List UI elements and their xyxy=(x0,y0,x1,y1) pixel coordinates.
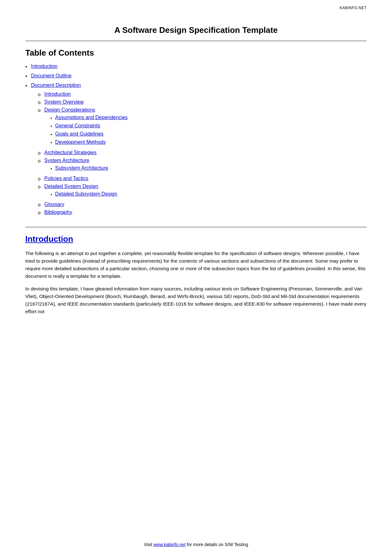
bullet-dot-1: • xyxy=(25,64,27,70)
bullet-o-8: o xyxy=(38,202,40,207)
toc-item-document-outline: • Document Outline xyxy=(25,73,367,80)
toc-sub-item-detailed-system: o Detailed System Design ▪ Detailed Subs… xyxy=(38,184,128,199)
toc-sub-item-design-considerations: o Design Considerations ▪ Assumptions an… xyxy=(38,107,128,148)
toc-link-assumptions[interactable]: Assumptions and Dependencies xyxy=(55,115,128,120)
bullet-o-2: o xyxy=(38,100,40,105)
bullet-sq-4: ▪ xyxy=(51,140,52,145)
toc-link-general-constraints[interactable]: General Constraints xyxy=(55,123,100,129)
toc-item-introduction: • Introduction xyxy=(25,64,367,70)
footer-text-after: for more details on S/W Testing xyxy=(185,542,248,547)
bullet-o-5: o xyxy=(38,158,40,163)
toc-sub-item-bibliography: o Bibliography xyxy=(38,210,128,215)
toc-link-subsystem-architecture[interactable]: Subsystem Architecture xyxy=(55,165,108,171)
bottom-divider xyxy=(25,227,367,227)
bullet-sq-6: ▪ xyxy=(51,192,52,197)
bullet-sq-2: ▪ xyxy=(51,124,52,129)
bullet-sq-3: ▪ xyxy=(51,132,52,137)
toc-sub-item-introduction: o Introduction xyxy=(38,91,128,97)
bullet-o-3: o xyxy=(38,107,40,113)
toc-subsub-list-detailed: ▪ Detailed Subsystem Design xyxy=(51,191,117,197)
toc-subsub-item-general-constraints: ▪ General Constraints xyxy=(51,123,128,129)
toc-link-document-outline[interactable]: Document Outline xyxy=(31,73,71,79)
intro-heading[interactable]: Introduction xyxy=(25,234,367,244)
toc-item-document-description: • Document Description o Introduction o … xyxy=(25,82,367,217)
bullet-o-4: o xyxy=(38,150,40,155)
footer: Visit www.kabinfo.net for more details o… xyxy=(0,542,392,547)
bullet-dot-2: • xyxy=(25,73,27,80)
toc-link-development-methods[interactable]: Development Methods xyxy=(55,139,106,145)
toc-link-bibliography[interactable]: Bibliography xyxy=(44,210,72,215)
toc-link-goals[interactable]: Goals and Guidelines xyxy=(55,131,104,137)
bullet-o-6: o xyxy=(38,176,40,181)
toc-list: • Introduction • Document Outline • Docu… xyxy=(25,64,367,217)
toc-heading: Table of Contents xyxy=(25,48,367,58)
toc-link-design-considerations[interactable]: Design Considerations xyxy=(44,107,95,113)
toc-subsub-item-subsystem-arch: ▪ Subsystem Architecture xyxy=(51,165,108,171)
bullet-o-1: o xyxy=(38,92,40,97)
toc-sub-item-glossary: o Glossary xyxy=(38,202,128,207)
bullet-sq-1: ▪ xyxy=(51,116,52,121)
toc-link-system-architecture[interactable]: System Architecture xyxy=(44,158,89,163)
intro-para-2: In devising this template, I have gleane… xyxy=(25,285,367,315)
footer-text-before: Visit xyxy=(144,542,153,547)
toc-link-detailed-subsystem[interactable]: Detailed Subsystem Design xyxy=(55,191,118,197)
toc-subsub-list-sysarch: ▪ Subsystem Architecture xyxy=(51,165,108,171)
toc-sub-item-arch-strategies: o Architectural Strategies xyxy=(38,150,128,155)
bullet-o-9: o xyxy=(38,210,40,215)
footer-link[interactable]: www.kabinfo.net xyxy=(153,542,185,547)
top-divider xyxy=(25,41,367,41)
toc-link-system-overview[interactable]: System Overview xyxy=(44,99,83,105)
toc-subsub-item-goals: ▪ Goals and Guidelines xyxy=(51,131,128,137)
toc-link-policies[interactable]: Policies and Tactics xyxy=(44,176,88,181)
intro-para-1: The following is an attempt to put toget… xyxy=(25,250,367,280)
toc-link-detailed-system[interactable]: Detailed System Design xyxy=(44,184,98,189)
toc-link-glossary[interactable]: Glossary xyxy=(44,202,64,207)
site-label: KABINFO.NET xyxy=(340,6,367,10)
page: KABINFO.NET A Software Design Specificat… xyxy=(0,0,392,554)
toc-sub-item-system-arch: o System Architecture ▪ Subsystem Archit… xyxy=(38,158,128,174)
bullet-dot-3: • xyxy=(25,83,27,89)
main-title: A Software Design Specification Template xyxy=(25,25,367,35)
toc-sub-list-doc-desc: o Introduction o System Overview o Des xyxy=(38,91,128,215)
toc-subsub-item-development-methods: ▪ Development Methods xyxy=(51,139,128,145)
bullet-sq-5: ▪ xyxy=(51,166,52,171)
toc-link-sub-introduction[interactable]: Introduction xyxy=(44,91,71,97)
toc-link-document-description[interactable]: Document Description xyxy=(31,82,81,88)
toc-link-arch-strategies[interactable]: Architectural Strategies xyxy=(44,150,96,155)
toc-link-introduction[interactable]: Introduction xyxy=(31,64,57,69)
toc-subsub-list-design: ▪ Assumptions and Dependencies ▪ General… xyxy=(51,115,128,145)
toc-sub-item-policies: o Policies and Tactics xyxy=(38,176,128,181)
toc-sub-item-system-overview: o System Overview xyxy=(38,99,128,105)
toc-subsub-item-assumptions: ▪ Assumptions and Dependencies xyxy=(51,115,128,121)
bullet-o-7: o xyxy=(38,184,40,189)
toc-subsub-item-detailed-subsystem: ▪ Detailed Subsystem Design xyxy=(51,191,117,197)
